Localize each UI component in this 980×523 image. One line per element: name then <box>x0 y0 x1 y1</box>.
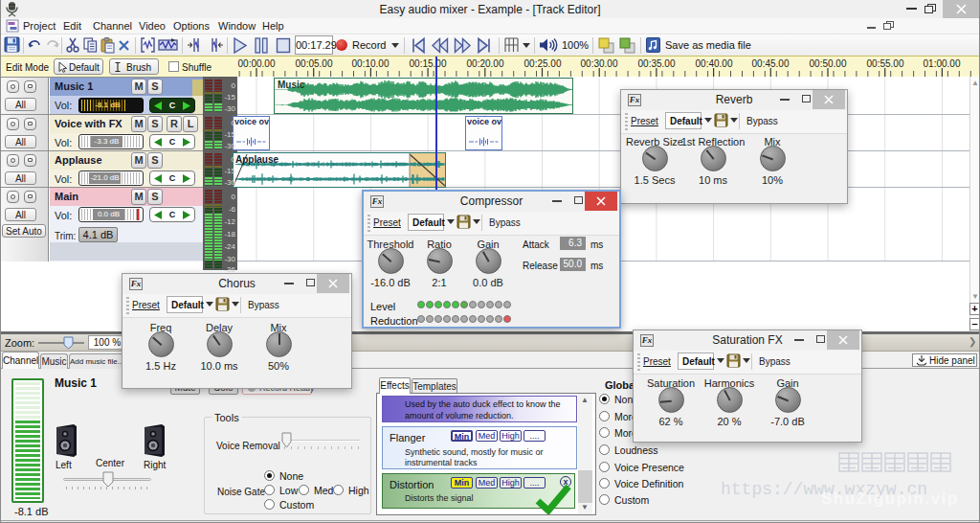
svg-text:-30: -30 <box>224 255 235 263</box>
svg-text:-6: -6 <box>229 205 236 214</box>
svg-text:0: 0 <box>232 193 236 201</box>
svg-text:-12: -12 <box>224 217 235 226</box>
svg-text:-24: -24 <box>224 242 235 251</box>
svg-text:-18: -18 <box>224 230 235 239</box>
